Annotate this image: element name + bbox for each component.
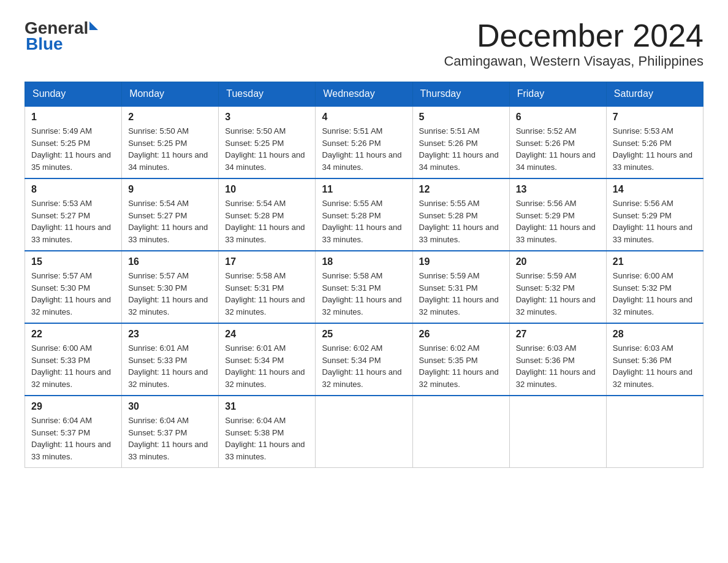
calendar-cell bbox=[606, 396, 703, 468]
calendar-cell: 3Sunrise: 5:50 AMSunset: 5:25 PMDaylight… bbox=[219, 106, 316, 178]
day-info: Sunrise: 5:57 AMSunset: 5:30 PMDaylight:… bbox=[128, 270, 212, 318]
calendar-cell: 17Sunrise: 5:58 AMSunset: 5:31 PMDayligh… bbox=[219, 251, 316, 323]
calendar-cell: 28Sunrise: 6:03 AMSunset: 5:36 PMDayligh… bbox=[606, 323, 703, 396]
day-number: 11 bbox=[322, 184, 406, 195]
day-number: 5 bbox=[419, 112, 503, 123]
day-info: Sunrise: 6:02 AMSunset: 5:34 PMDaylight:… bbox=[322, 342, 406, 390]
day-info: Sunrise: 5:59 AMSunset: 5:32 PMDaylight:… bbox=[516, 270, 600, 318]
day-info: Sunrise: 5:54 AMSunset: 5:27 PMDaylight:… bbox=[128, 197, 212, 245]
calendar-cell: 6Sunrise: 5:52 AMSunset: 5:26 PMDaylight… bbox=[509, 106, 606, 178]
calendar-cell bbox=[316, 396, 412, 468]
day-number: 23 bbox=[128, 329, 212, 340]
calendar-cell: 18Sunrise: 5:58 AMSunset: 5:31 PMDayligh… bbox=[316, 251, 412, 323]
day-number: 22 bbox=[31, 329, 115, 340]
calendar-cell: 1Sunrise: 5:49 AMSunset: 5:25 PMDaylight… bbox=[25, 106, 122, 178]
month-title: December 2024 bbox=[444, 18, 703, 53]
day-number: 9 bbox=[128, 184, 212, 195]
logo-triangle-icon bbox=[89, 21, 98, 30]
day-number: 15 bbox=[31, 256, 115, 267]
calendar-cell: 22Sunrise: 6:00 AMSunset: 5:33 PMDayligh… bbox=[25, 323, 122, 396]
week-row-1: 1Sunrise: 5:49 AMSunset: 5:25 PMDaylight… bbox=[25, 106, 703, 178]
day-info: Sunrise: 5:58 AMSunset: 5:31 PMDaylight:… bbox=[225, 270, 309, 318]
day-number: 21 bbox=[613, 256, 697, 267]
day-number: 29 bbox=[31, 401, 115, 412]
day-number: 3 bbox=[225, 112, 309, 123]
day-number: 13 bbox=[516, 184, 600, 195]
page-header: General Blue December 2024 Camingawan, W… bbox=[25, 18, 703, 69]
day-number: 18 bbox=[322, 256, 406, 267]
title-area: December 2024 Camingawan, Western Visaya… bbox=[444, 18, 703, 69]
day-info: Sunrise: 6:04 AMSunset: 5:37 PMDaylight:… bbox=[31, 415, 115, 462]
calendar-cell: 5Sunrise: 5:51 AMSunset: 5:26 PMDaylight… bbox=[412, 106, 509, 178]
day-number: 19 bbox=[419, 256, 503, 267]
day-info: Sunrise: 5:56 AMSunset: 5:29 PMDaylight:… bbox=[516, 197, 600, 245]
weekday-header-saturday: Saturday bbox=[606, 82, 703, 107]
day-number: 4 bbox=[322, 112, 406, 123]
calendar-cell: 4Sunrise: 5:51 AMSunset: 5:26 PMDaylight… bbox=[316, 106, 412, 178]
day-info: Sunrise: 5:59 AMSunset: 5:31 PMDaylight:… bbox=[419, 270, 503, 318]
calendar-table: SundayMondayTuesdayWednesdayThursdayFrid… bbox=[25, 82, 703, 468]
day-info: Sunrise: 5:55 AMSunset: 5:28 PMDaylight:… bbox=[419, 197, 503, 245]
day-info: Sunrise: 6:03 AMSunset: 5:36 PMDaylight:… bbox=[516, 342, 600, 390]
weekday-header-tuesday: Tuesday bbox=[219, 82, 316, 107]
day-info: Sunrise: 5:51 AMSunset: 5:26 PMDaylight:… bbox=[419, 125, 503, 173]
weekday-header-thursday: Thursday bbox=[412, 82, 509, 107]
calendar-cell: 2Sunrise: 5:50 AMSunset: 5:25 PMDaylight… bbox=[122, 106, 219, 178]
day-number: 20 bbox=[516, 256, 600, 267]
calendar-cell: 25Sunrise: 6:02 AMSunset: 5:34 PMDayligh… bbox=[316, 323, 412, 396]
calendar-cell: 24Sunrise: 6:01 AMSunset: 5:34 PMDayligh… bbox=[219, 323, 316, 396]
day-number: 24 bbox=[225, 329, 309, 340]
day-number: 25 bbox=[322, 329, 406, 340]
day-number: 27 bbox=[516, 329, 600, 340]
day-number: 30 bbox=[128, 401, 212, 412]
calendar-cell: 10Sunrise: 5:54 AMSunset: 5:28 PMDayligh… bbox=[219, 178, 316, 251]
calendar-cell: 19Sunrise: 5:59 AMSunset: 5:31 PMDayligh… bbox=[412, 251, 509, 323]
day-info: Sunrise: 5:50 AMSunset: 5:25 PMDaylight:… bbox=[128, 125, 212, 173]
calendar-cell: 7Sunrise: 5:53 AMSunset: 5:26 PMDaylight… bbox=[606, 106, 703, 178]
calendar-cell: 30Sunrise: 6:04 AMSunset: 5:37 PMDayligh… bbox=[122, 396, 219, 468]
calendar-cell: 20Sunrise: 5:59 AMSunset: 5:32 PMDayligh… bbox=[509, 251, 606, 323]
week-row-4: 22Sunrise: 6:00 AMSunset: 5:33 PMDayligh… bbox=[25, 323, 703, 396]
day-info: Sunrise: 6:04 AMSunset: 5:37 PMDaylight:… bbox=[128, 415, 212, 462]
day-info: Sunrise: 5:49 AMSunset: 5:25 PMDaylight:… bbox=[31, 125, 115, 173]
day-info: Sunrise: 6:00 AMSunset: 5:32 PMDaylight:… bbox=[613, 270, 697, 318]
day-info: Sunrise: 5:54 AMSunset: 5:28 PMDaylight:… bbox=[225, 197, 309, 245]
day-info: Sunrise: 5:58 AMSunset: 5:31 PMDaylight:… bbox=[322, 270, 406, 318]
day-number: 6 bbox=[516, 112, 600, 123]
calendar-cell bbox=[412, 396, 509, 468]
day-info: Sunrise: 5:57 AMSunset: 5:30 PMDaylight:… bbox=[31, 270, 115, 318]
day-info: Sunrise: 5:53 AMSunset: 5:27 PMDaylight:… bbox=[31, 197, 115, 245]
weekday-header-friday: Friday bbox=[509, 82, 606, 107]
day-info: Sunrise: 6:00 AMSunset: 5:33 PMDaylight:… bbox=[31, 342, 115, 390]
day-info: Sunrise: 5:55 AMSunset: 5:28 PMDaylight:… bbox=[322, 197, 406, 245]
day-info: Sunrise: 6:02 AMSunset: 5:35 PMDaylight:… bbox=[419, 342, 503, 390]
day-number: 12 bbox=[419, 184, 503, 195]
day-number: 10 bbox=[225, 184, 309, 195]
day-info: Sunrise: 6:01 AMSunset: 5:33 PMDaylight:… bbox=[128, 342, 212, 390]
week-row-3: 15Sunrise: 5:57 AMSunset: 5:30 PMDayligh… bbox=[25, 251, 703, 323]
calendar-cell: 13Sunrise: 5:56 AMSunset: 5:29 PMDayligh… bbox=[509, 178, 606, 251]
day-number: 17 bbox=[225, 256, 309, 267]
day-number: 14 bbox=[613, 184, 697, 195]
day-info: Sunrise: 5:50 AMSunset: 5:25 PMDaylight:… bbox=[225, 125, 309, 173]
week-row-5: 29Sunrise: 6:04 AMSunset: 5:37 PMDayligh… bbox=[25, 396, 703, 468]
calendar-cell: 29Sunrise: 6:04 AMSunset: 5:37 PMDayligh… bbox=[25, 396, 122, 468]
calendar-cell: 27Sunrise: 6:03 AMSunset: 5:36 PMDayligh… bbox=[509, 323, 606, 396]
weekday-header-sunday: Sunday bbox=[25, 82, 122, 107]
calendar-cell: 9Sunrise: 5:54 AMSunset: 5:27 PMDaylight… bbox=[122, 178, 219, 251]
location-title: Camingawan, Western Visayas, Philippines bbox=[444, 53, 703, 69]
day-number: 7 bbox=[613, 112, 697, 123]
day-number: 2 bbox=[128, 112, 212, 123]
day-info: Sunrise: 5:56 AMSunset: 5:29 PMDaylight:… bbox=[613, 197, 697, 245]
day-info: Sunrise: 6:03 AMSunset: 5:36 PMDaylight:… bbox=[613, 342, 697, 390]
weekday-header-monday: Monday bbox=[122, 82, 219, 107]
day-number: 28 bbox=[613, 329, 697, 340]
day-number: 31 bbox=[225, 401, 309, 412]
calendar-cell: 23Sunrise: 6:01 AMSunset: 5:33 PMDayligh… bbox=[122, 323, 219, 396]
day-number: 8 bbox=[31, 184, 115, 195]
calendar-cell: 16Sunrise: 5:57 AMSunset: 5:30 PMDayligh… bbox=[122, 251, 219, 323]
calendar-cell: 12Sunrise: 5:55 AMSunset: 5:28 PMDayligh… bbox=[412, 178, 509, 251]
calendar-cell: 11Sunrise: 5:55 AMSunset: 5:28 PMDayligh… bbox=[316, 178, 412, 251]
calendar-cell: 15Sunrise: 5:57 AMSunset: 5:30 PMDayligh… bbox=[25, 251, 122, 323]
weekday-header-row: SundayMondayTuesdayWednesdayThursdayFrid… bbox=[25, 82, 703, 107]
